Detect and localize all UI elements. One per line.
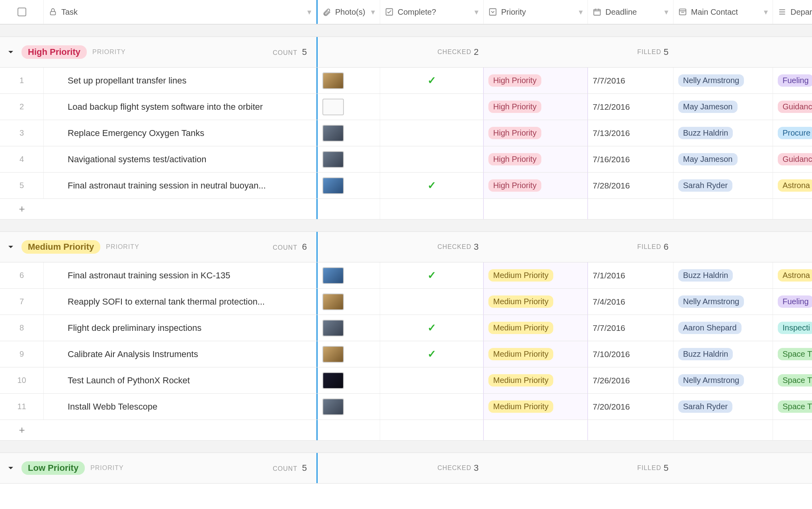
complete-cell[interactable]: ✓ — [380, 68, 484, 93]
dept-cell[interactable]: Space T — [773, 341, 812, 367]
task-cell[interactable]: Set up propellant transfer lines — [44, 68, 316, 93]
photo-cell[interactable] — [316, 341, 380, 367]
priority-cell[interactable]: High Priority — [484, 146, 588, 172]
header-priority[interactable]: Priority ▾ — [484, 0, 588, 24]
group-header[interactable]: Low Priority PRIORITY COUNT 5 CHECKED 3 … — [0, 453, 812, 484]
plus-icon[interactable]: + — [0, 203, 44, 215]
select-all-checkbox[interactable] — [18, 8, 26, 16]
group-header[interactable]: Medium Priority PRIORITY COUNT 6 CHECKED… — [0, 231, 812, 262]
dept-cell[interactable]: Inspecti — [773, 315, 812, 341]
deadline-cell[interactable]: 7/1/2016 — [588, 262, 673, 288]
dept-cell[interactable]: Space T — [773, 367, 812, 393]
dept-cell[interactable]: Fueling — [773, 68, 812, 93]
deadline-cell[interactable]: 7/13/2016 — [588, 120, 673, 146]
contact-cell[interactable]: Buzz Haldrin — [673, 341, 773, 367]
complete-cell[interactable]: ✓ — [380, 315, 484, 341]
task-cell[interactable]: Final astronaut training session in neut… — [44, 173, 316, 198]
task-cell[interactable]: Flight deck preliminary inspections — [44, 315, 316, 341]
contact-cell[interactable]: May Jameson — [673, 146, 773, 172]
priority-cell[interactable]: Medium Priority — [484, 394, 588, 420]
header-deadline[interactable]: Deadline ▾ — [588, 0, 673, 24]
deadline-cell[interactable]: 7/20/2016 — [588, 394, 673, 420]
chevron-down-icon[interactable]: ▾ — [474, 7, 478, 17]
complete-cell[interactable]: ✓ — [380, 262, 484, 288]
complete-cell[interactable] — [380, 94, 484, 120]
collapse-caret-icon[interactable] — [5, 462, 17, 474]
complete-cell[interactable] — [380, 289, 484, 315]
photo-cell[interactable] — [316, 367, 380, 393]
complete-cell[interactable]: ✓ — [380, 341, 484, 367]
chevron-down-icon[interactable]: ▾ — [579, 7, 583, 17]
dept-cell[interactable]: Astrona — [773, 262, 812, 288]
photo-thumbnail[interactable] — [322, 125, 344, 142]
priority-cell[interactable]: High Priority — [484, 173, 588, 198]
contact-cell[interactable]: Nelly Armstrong — [673, 68, 773, 93]
photo-thumbnail[interactable] — [322, 346, 344, 363]
deadline-cell[interactable]: 7/7/2016 — [588, 315, 673, 341]
add-row[interactable]: + — [0, 199, 812, 220]
contact-cell[interactable]: May Jameson — [673, 94, 773, 120]
priority-cell[interactable]: Medium Priority — [484, 341, 588, 367]
table-row[interactable]: 2 Load backup flight system software int… — [0, 94, 812, 120]
photo-cell[interactable] — [316, 289, 380, 315]
photo-cell[interactable] — [316, 120, 380, 146]
table-row[interactable]: 7 Reapply SOFI to external tank thermal … — [0, 289, 812, 315]
contact-cell[interactable]: Sarah Ryder — [673, 173, 773, 198]
dept-cell[interactable]: Guidanc — [773, 146, 812, 172]
task-cell[interactable]: Load backup flight system software into … — [44, 94, 316, 120]
contact-cell[interactable]: Sarah Ryder — [673, 394, 773, 420]
header-checkbox-cell[interactable] — [0, 0, 44, 24]
task-cell[interactable]: Final astronaut training session in KC-1… — [44, 262, 316, 288]
add-row[interactable]: + — [0, 420, 812, 441]
photo-cell[interactable] — [316, 315, 380, 341]
photo-cell[interactable] — [316, 68, 380, 93]
chevron-down-icon[interactable]: ▾ — [664, 7, 668, 17]
deadline-cell[interactable]: 7/26/2016 — [588, 367, 673, 393]
photo-thumbnail[interactable] — [322, 372, 344, 389]
complete-cell[interactable] — [380, 394, 484, 420]
complete-cell[interactable] — [380, 367, 484, 393]
table-row[interactable]: 4 Navigational systems test/activation H… — [0, 146, 812, 173]
table-row[interactable]: 8 Flight deck preliminary inspections ✓ … — [0, 315, 812, 341]
contact-cell[interactable]: Nelly Armstrong — [673, 289, 773, 315]
dept-cell[interactable]: Space T — [773, 394, 812, 420]
task-cell[interactable]: Navigational systems test/activation — [44, 146, 316, 172]
photo-thumbnail[interactable] — [322, 72, 344, 89]
dept-cell[interactable]: Guidanc — [773, 94, 812, 120]
photo-thumbnail[interactable] — [322, 151, 344, 168]
group-header[interactable]: High Priority PRIORITY COUNT 5 CHECKED 2… — [0, 37, 812, 68]
photo-thumbnail[interactable] — [322, 320, 344, 336]
contact-cell[interactable]: Buzz Haldrin — [673, 262, 773, 288]
dept-cell[interactable]: Astrona — [773, 173, 812, 198]
deadline-cell[interactable]: 7/12/2016 — [588, 94, 673, 120]
deadline-cell[interactable]: 7/28/2016 — [588, 173, 673, 198]
task-cell[interactable]: Replace Emergency Oxygen Tanks — [44, 120, 316, 146]
photo-cell[interactable] — [316, 94, 380, 120]
table-row[interactable]: 5 Final astronaut training session in ne… — [0, 173, 812, 199]
dept-cell[interactable]: Procure — [773, 120, 812, 146]
photo-cell[interactable] — [316, 173, 380, 198]
priority-cell[interactable]: Medium Priority — [484, 367, 588, 393]
contact-cell[interactable]: Nelly Armstrong — [673, 367, 773, 393]
chevron-down-icon[interactable]: ▾ — [307, 7, 311, 17]
complete-cell[interactable]: ✓ — [380, 173, 484, 198]
contact-cell[interactable]: Aaron Shepard — [673, 315, 773, 341]
priority-cell[interactable]: High Priority — [484, 68, 588, 93]
collapse-caret-icon[interactable] — [5, 46, 17, 58]
chevron-down-icon[interactable]: ▾ — [764, 7, 768, 17]
photo-thumbnail[interactable] — [322, 293, 344, 310]
photo-thumbnail[interactable] — [322, 267, 344, 284]
photo-thumbnail[interactable] — [322, 398, 344, 415]
collapse-caret-icon[interactable] — [5, 241, 17, 253]
priority-cell[interactable]: Medium Priority — [484, 315, 588, 341]
photo-cell[interactable] — [316, 146, 380, 172]
task-cell[interactable]: Reapply SOFI to external tank thermal pr… — [44, 289, 316, 315]
header-dept[interactable]: Depar — [773, 0, 812, 24]
deadline-cell[interactable]: 7/4/2016 — [588, 289, 673, 315]
deadline-cell[interactable]: 7/10/2016 — [588, 341, 673, 367]
chevron-down-icon[interactable]: ▾ — [371, 7, 375, 17]
table-row[interactable]: 3 Replace Emergency Oxygen Tanks High Pr… — [0, 120, 812, 146]
task-cell[interactable]: Calibrate Air Analysis Instruments — [44, 341, 316, 367]
table-row[interactable]: 10 Test Launch of PythonX Rocket Medium … — [0, 367, 812, 394]
contact-cell[interactable]: Buzz Haldrin — [673, 120, 773, 146]
